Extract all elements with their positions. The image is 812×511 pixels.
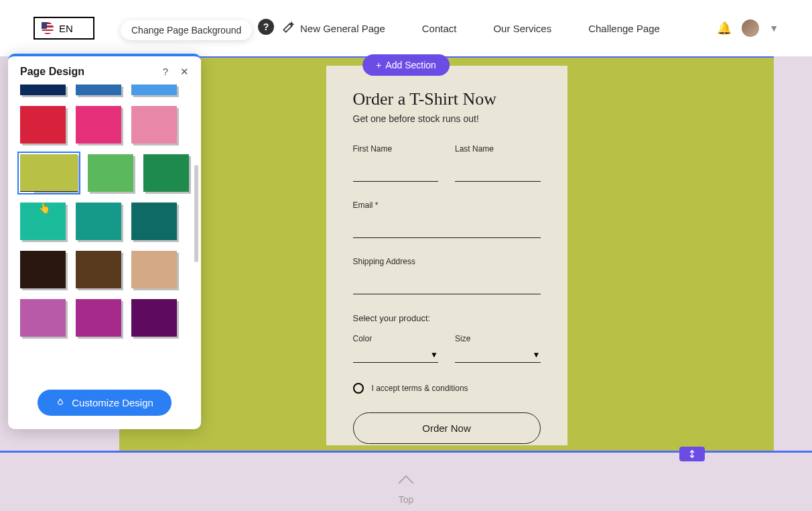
panel-close-icon[interactable]: ✕: [180, 66, 189, 78]
color-label: Color: [353, 334, 439, 343]
color-swatch-selected[interactable]: [20, 154, 78, 192]
color-swatch[interactable]: [76, 84, 121, 95]
add-section-label: Add Section: [385, 60, 436, 70]
section-resize-handle[interactable]: [679, 447, 705, 461]
nav-challenge-page[interactable]: Challenge Page: [588, 23, 660, 34]
back-to-top-icon[interactable]: [397, 471, 415, 489]
color-swatch[interactable]: [131, 299, 177, 337]
us-flag-icon: [42, 22, 54, 34]
order-form-card: Order a T-Shirt Now Get one before stock…: [326, 66, 567, 445]
nav-label: Challenge Page: [588, 23, 660, 34]
header-right-controls: 🔔 ▼: [717, 19, 779, 37]
color-swatch[interactable]: [76, 203, 121, 240]
page-section-green[interactable]: Order a T-Shirt Now Get one before stock…: [119, 56, 774, 451]
color-swatch[interactable]: [143, 154, 189, 192]
color-swatch[interactable]: [20, 84, 66, 95]
color-swatch[interactable]: [131, 203, 177, 240]
first-name-label: First Name: [353, 144, 439, 154]
color-swatch[interactable]: [76, 299, 121, 337]
help-icon[interactable]: ?: [258, 19, 274, 35]
color-swatch[interactable]: [20, 203, 66, 240]
color-swatch[interactable]: [76, 251, 121, 288]
email-input[interactable]: [353, 225, 541, 238]
color-select[interactable]: ▼: [353, 350, 439, 363]
color-swatch[interactable]: [76, 106, 121, 144]
color-swatch[interactable]: [20, 251, 66, 288]
droplet-icon: [56, 398, 65, 408]
panel-title: Page Design: [20, 66, 84, 78]
customize-design-label: Customize Design: [72, 397, 153, 408]
nav-new-general-page[interactable]: New General Page: [281, 21, 385, 35]
select-product-label: Select your product:: [353, 313, 541, 323]
language-code: EN: [59, 23, 73, 34]
color-swatch[interactable]: [131, 106, 177, 144]
site-header: EN Change Page Background ? New General …: [0, 0, 812, 56]
nav-contact[interactable]: Contact: [422, 23, 457, 34]
form-subtitle: Get one before stock runs out!: [353, 113, 541, 124]
form-title: Order a T-Shirt Now: [353, 89, 541, 109]
last-name-input[interactable]: [455, 168, 541, 182]
color-swatch[interactable]: [20, 299, 66, 337]
avatar[interactable]: [742, 19, 759, 37]
color-palette: 👆: [8, 84, 201, 379]
nav-label: Contact: [422, 23, 457, 34]
last-name-label: Last Name: [455, 144, 541, 154]
terms-checkbox[interactable]: [353, 383, 364, 394]
color-swatch[interactable]: [131, 84, 177, 95]
tooltip-change-background: Change Page Background: [121, 20, 252, 40]
back-to-top-label[interactable]: Top: [399, 494, 414, 505]
page-design-panel: Page Design ? ✕: [8, 54, 201, 429]
main-nav: New General Page Contact Our Services Ch…: [281, 21, 660, 35]
notifications-icon[interactable]: 🔔: [717, 21, 732, 36]
chevron-down-icon: ▼: [533, 350, 541, 359]
order-now-button[interactable]: Order Now: [353, 412, 541, 444]
plus-icon: +: [376, 60, 381, 70]
magic-wand-icon: [281, 21, 295, 35]
color-swatch[interactable]: [131, 251, 177, 288]
language-selector[interactable]: EN: [33, 17, 94, 40]
nav-label: Our Services: [493, 23, 551, 34]
nav-label: New General Page: [300, 23, 385, 34]
palette-scrollbar[interactable]: [194, 165, 198, 262]
chevron-down-icon[interactable]: ▼: [769, 23, 779, 34]
size-select[interactable]: ▼: [455, 350, 541, 363]
add-section-button[interactable]: + Add Section: [362, 54, 450, 76]
page-footer: Top: [0, 453, 812, 511]
terms-label: I accept terms & conditions: [372, 384, 468, 393]
shipping-label: Shipping Address: [353, 257, 541, 266]
customize-design-button[interactable]: Customize Design: [38, 390, 172, 416]
first-name-input[interactable]: [353, 168, 439, 182]
chevron-down-icon: ▼: [430, 350, 438, 359]
color-swatch[interactable]: [20, 106, 66, 144]
panel-help-icon[interactable]: ?: [163, 66, 168, 78]
email-label: Email *: [353, 201, 541, 210]
nav-our-services[interactable]: Our Services: [493, 23, 551, 34]
color-swatch[interactable]: [88, 154, 133, 192]
size-label: Size: [455, 334, 541, 343]
shipping-input[interactable]: [353, 281, 541, 294]
